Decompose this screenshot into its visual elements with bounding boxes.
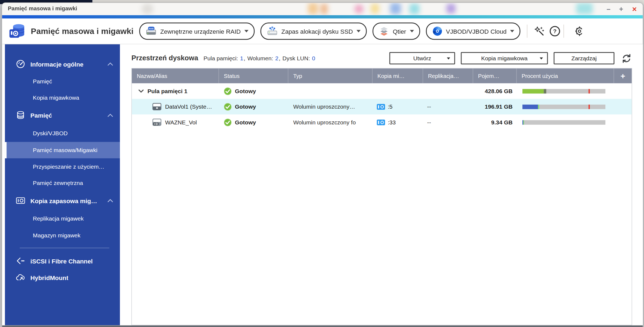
dropdown-ssd-overprovisioning[interactable]: Zapas alokacji dysku SSD bbox=[261, 23, 367, 40]
dropdown-external-raid[interactable]: RAID Zewnętrzne urządzenie RAID bbox=[139, 23, 255, 40]
database-icon bbox=[16, 111, 25, 120]
desktop-blur-blob bbox=[308, 3, 318, 14]
caret-down-icon bbox=[510, 30, 514, 32]
lun-count-value: 0 bbox=[312, 55, 315, 61]
volume-name-cell: DataVol1 (Syste… bbox=[132, 99, 219, 114]
usage-cell bbox=[517, 83, 614, 99]
spacer-cell bbox=[614, 114, 632, 130]
dropdown-vjbod[interactable]: VJBOD/VJBOD Cloud bbox=[426, 23, 521, 40]
sidebar-item-snapshot-overview[interactable]: Kopia migawkowa bbox=[5, 89, 120, 106]
sidebar-item-snapshot-replica[interactable]: Replikacja migawek bbox=[5, 210, 120, 227]
column-header-replication[interactable]: Replikacja… bbox=[423, 68, 473, 83]
hybridmount-cloud-icon bbox=[16, 273, 25, 282]
close-button[interactable]: ✕ bbox=[632, 6, 637, 12]
expander-chevron-down-icon[interactable] bbox=[138, 89, 144, 93]
refresh-icon[interactable] bbox=[621, 53, 632, 64]
replication-cell bbox=[423, 83, 473, 99]
create-button[interactable]: Utwórz bbox=[389, 52, 455, 64]
snapshots-cell: :33 bbox=[373, 114, 423, 130]
usage-bar-snapshot-segment bbox=[544, 89, 546, 93]
volume-count-label: Wolumen: bbox=[247, 55, 273, 61]
maximize-button[interactable]: + bbox=[619, 5, 623, 12]
sidebar-divider bbox=[20, 248, 109, 248]
table-row-pool[interactable]: Pula pamięci 1 Gotowy bbox=[132, 83, 632, 99]
pool-name-cell: Pula pamięci 1 bbox=[132, 83, 219, 99]
column-header-name[interactable]: Nazwa/Alias bbox=[132, 68, 219, 83]
usage-bar-used-segment bbox=[522, 104, 538, 109]
manage-button[interactable]: Zarządzaj bbox=[554, 52, 615, 64]
volume-count-value: 2 bbox=[275, 55, 278, 61]
table-header-row: Nazwa/Alias Status Typ Kopia mi… Replika… bbox=[132, 68, 632, 83]
snapshot-badge-icon[interactable] bbox=[377, 103, 385, 110]
sidebar-item-label: Dyski/VJBOD bbox=[33, 130, 68, 137]
window-titlebar[interactable]: Pamięć masowa i migawki – + ✕ bbox=[2, 3, 643, 15]
dropdown-label: VJBOD/VJBOD Cloud bbox=[446, 28, 507, 35]
wizard-wand-icon[interactable] bbox=[532, 24, 546, 38]
status-cell: Gotowy bbox=[219, 114, 288, 130]
vjbod-cloud-icon bbox=[432, 26, 442, 36]
sidebar-item-external-storage[interactable]: Pamięć zewnętrzna bbox=[5, 175, 120, 191]
type-cell: Wolumin uproszczony fo bbox=[288, 114, 373, 130]
spacer-cell bbox=[614, 83, 632, 99]
snapshot-button[interactable]: Kopia migawkowa bbox=[461, 52, 548, 64]
help-icon[interactable]: ? bbox=[548, 24, 562, 38]
volume-name: DataVol1 (Syste… bbox=[165, 103, 212, 110]
manage-button-label: Zarządzaj bbox=[571, 55, 597, 61]
snapshots-cell bbox=[373, 83, 423, 99]
app-title: Pamięć masowa i migawki bbox=[31, 26, 134, 36]
storage-summary: Pula pamięci:1,Wolumen:2,Dysk LUN:0 bbox=[203, 55, 315, 61]
column-header-snapshots[interactable]: Kopia mi… bbox=[373, 68, 423, 83]
chevron-up-icon[interactable] bbox=[107, 112, 113, 119]
dropdown-label: Zewnętrzne urządzenie RAID bbox=[160, 28, 241, 35]
capacity-cell: 196.91 GB bbox=[473, 99, 517, 114]
pool-count-label: Pula pamięci: bbox=[203, 55, 238, 61]
pool-count-value: 1 bbox=[240, 55, 243, 61]
settings-gear-icon[interactable] bbox=[569, 24, 583, 38]
sidebar-item-snapshot-vault[interactable]: Magazyn migawek bbox=[5, 227, 120, 244]
sidebar-section-hybridmount[interactable]: HybridMount bbox=[5, 269, 120, 286]
desktop: Pamięć masowa i migawki – + ✕ bbox=[0, 0, 644, 327]
window-bottom-edge bbox=[2, 325, 643, 327]
volume-icon bbox=[152, 103, 161, 110]
desktop-blur-blob bbox=[410, 4, 419, 14]
header-divider bbox=[564, 25, 564, 38]
dropdown-label: Qtier bbox=[393, 28, 406, 35]
volume-name: WAZNE_Vol bbox=[165, 119, 197, 125]
sidebar-item-storage-overview[interactable]: Pamięć bbox=[5, 73, 120, 89]
usage-bar bbox=[522, 120, 605, 125]
dropdown-qtier[interactable]: Qtier bbox=[373, 23, 420, 40]
chevron-up-icon[interactable] bbox=[107, 197, 113, 204]
sidebar-section-overview[interactable]: Informacje ogólne bbox=[5, 55, 120, 73]
sidebar-item-label: Pamięć bbox=[33, 78, 52, 84]
column-header-type[interactable]: Typ bbox=[288, 68, 373, 83]
table-row-wazne-vol[interactable]: WAZNE_Vol Gotowy Wolumin uproszczony fo bbox=[132, 114, 632, 130]
column-header-capacity[interactable]: Pojem… bbox=[473, 68, 517, 83]
page-title: Przestrzeń dyskowa bbox=[131, 54, 198, 62]
sidebar-item-cache-acceleration[interactable]: Przyspieszanie z użyciem… bbox=[5, 158, 120, 175]
sidebar-item-disks-vjbod[interactable]: Dyski/VJBOD bbox=[5, 125, 120, 142]
raid-drive-icon: RAID bbox=[145, 26, 157, 36]
iscsi-icon bbox=[16, 257, 25, 265]
replication-cell: -- bbox=[423, 99, 473, 114]
minimize-button[interactable]: – bbox=[607, 5, 611, 12]
column-header-status[interactable]: Status bbox=[219, 68, 288, 83]
status-ok-icon bbox=[224, 103, 232, 111]
storage-snapshots-logo-icon bbox=[9, 23, 26, 39]
ssd-drive-icon bbox=[267, 26, 278, 36]
usage-bar-snapshot-segment bbox=[538, 104, 539, 109]
add-column-button[interactable]: + bbox=[614, 68, 632, 83]
snapshot-count: :5 bbox=[388, 103, 393, 110]
snapshot-button-label: Kopia migawkowa bbox=[481, 55, 527, 61]
sidebar-item-storage-snapshots[interactable]: Pamięć masowa/Migawki bbox=[5, 142, 120, 158]
column-header-usage[interactable]: Procent użycia bbox=[517, 68, 614, 83]
sidebar-section-storage[interactable]: Pamięć bbox=[5, 106, 120, 125]
snapshot-badge-icon[interactable] bbox=[377, 119, 385, 125]
chevron-up-icon[interactable] bbox=[107, 60, 113, 68]
pool-name: Pula pamięci 1 bbox=[147, 88, 187, 94]
table-row-datavol1[interactable]: DataVol1 (Syste… Gotowy Wolumin uproszcz… bbox=[132, 99, 632, 114]
sidebar-section-snapshot-backup[interactable]: Kopia zapasowa mig… bbox=[5, 191, 120, 210]
caret-down-icon bbox=[357, 30, 361, 32]
content-header: Przestrzeń dyskowa Pula pamięci:1,Wolume… bbox=[131, 48, 632, 68]
sidebar-section-label: Kopia zapasowa mig… bbox=[30, 197, 97, 204]
sidebar-section-iscsi[interactable]: iSCSI i Fibre Channel bbox=[5, 252, 120, 269]
